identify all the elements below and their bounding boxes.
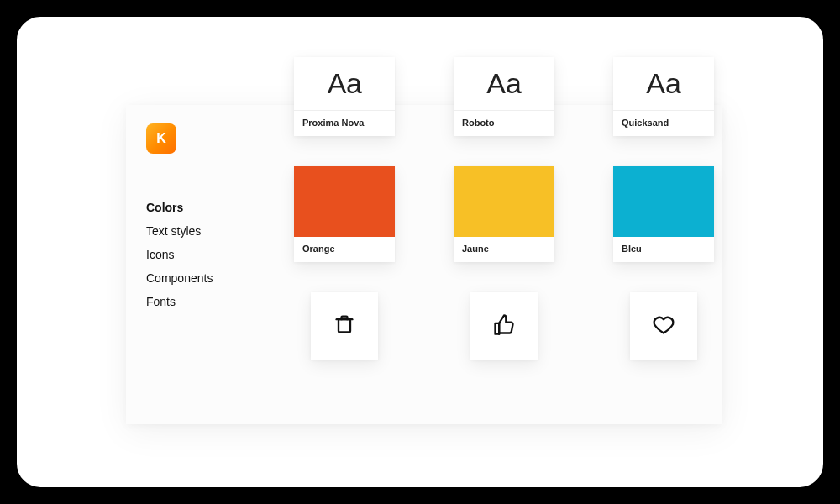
icon-card-trash[interactable] — [311, 292, 378, 360]
app-window: K Colors Text styles Icons Components Fo… — [17, 17, 823, 487]
sidebar: K Colors Text styles Icons Components Fo… — [126, 105, 252, 424]
sidebar-item-text-styles[interactable]: Text styles — [146, 219, 252, 243]
color-name-label: Jaune — [454, 237, 554, 262]
font-sample: Aa — [613, 57, 714, 111]
icon-card-thumbs-up[interactable] — [470, 292, 538, 360]
color-swatch — [294, 166, 395, 237]
font-card-proxima[interactable]: Aa Proxima Nova — [294, 57, 395, 136]
asset-grid: Aa Proxima Nova Aa Roboto Aa Quicksand O… — [294, 57, 764, 390]
sidebar-item-components[interactable]: Components — [146, 266, 252, 290]
icons-row — [294, 292, 764, 360]
color-name-label: Orange — [294, 237, 395, 262]
svg-rect-0 — [339, 319, 350, 332]
app-logo[interactable]: K — [146, 123, 176, 154]
fonts-row: Aa Proxima Nova Aa Roboto Aa Quicksand — [294, 57, 764, 136]
font-name-label: Roboto — [454, 111, 554, 136]
thumbs-up-icon — [492, 312, 516, 339]
color-card-orange[interactable]: Orange — [294, 166, 395, 262]
color-card-jaune[interactable]: Jaune — [454, 166, 554, 262]
color-card-bleu[interactable]: Bleu — [613, 166, 714, 262]
color-swatch — [454, 166, 554, 237]
font-name-label: Quicksand — [613, 111, 714, 136]
font-card-roboto[interactable]: Aa Roboto — [454, 57, 554, 136]
heart-icon — [652, 312, 675, 339]
sidebar-item-icons[interactable]: Icons — [146, 243, 252, 266]
font-card-quicksand[interactable]: Aa Quicksand — [613, 57, 714, 136]
sidebar-item-fonts[interactable]: Fonts — [146, 290, 252, 313]
sidebar-item-colors[interactable]: Colors — [146, 196, 252, 219]
icon-card-heart[interactable] — [630, 292, 697, 360]
font-sample: Aa — [294, 57, 395, 111]
colors-row: Orange Jaune Bleu — [294, 166, 764, 262]
color-name-label: Bleu — [613, 237, 714, 262]
color-swatch — [613, 166, 714, 237]
app-logo-letter: K — [156, 131, 166, 146]
trash-icon — [333, 312, 356, 339]
font-sample: Aa — [454, 57, 554, 111]
font-name-label: Proxima Nova — [294, 111, 395, 136]
